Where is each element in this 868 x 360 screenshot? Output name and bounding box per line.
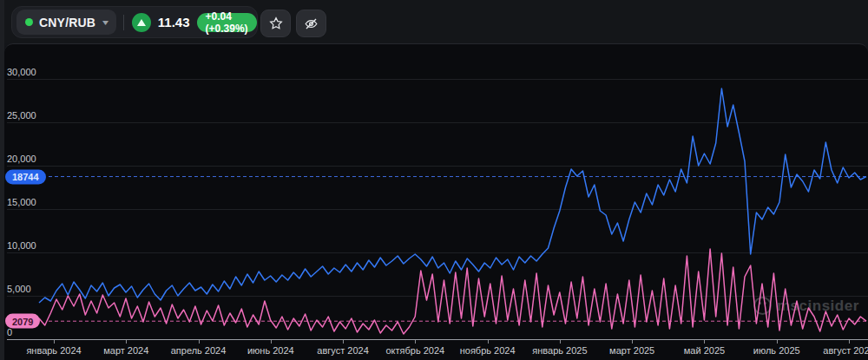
series-blue xyxy=(39,88,866,303)
chart-panel: 30,00025,00020,00015,00010,0005,0000 янв… xyxy=(4,43,868,360)
current-value-pill-blue: 18744 xyxy=(5,169,46,184)
current-value-pill-pink: 2079 xyxy=(5,314,40,329)
chart-area[interactable]: 30,00025,00020,00015,00010,0005,0000 янв… xyxy=(0,1,868,360)
chart-lines xyxy=(0,1,868,360)
